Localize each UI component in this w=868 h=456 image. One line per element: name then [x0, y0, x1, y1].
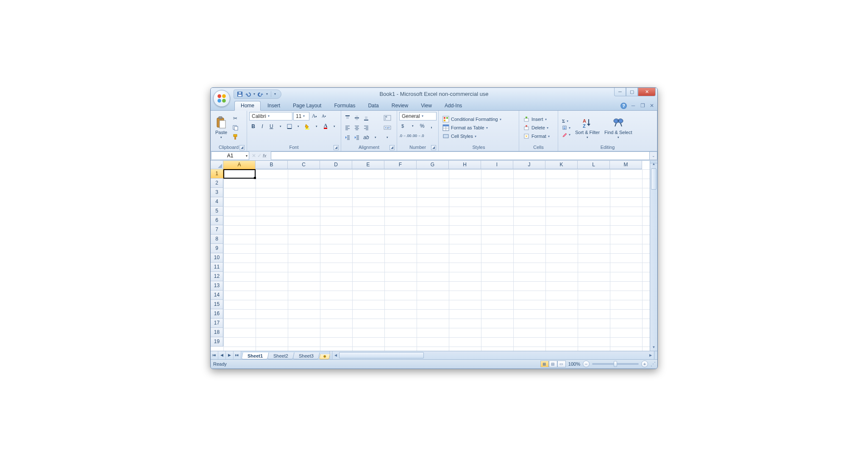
active-cell[interactable]	[223, 169, 256, 179]
zoom-level[interactable]: 100%	[568, 361, 580, 366]
horizontal-scroll-thumb[interactable]	[339, 352, 424, 358]
insert-cells-button[interactable]: Insert▾	[521, 115, 551, 123]
row-header[interactable]: 2	[211, 179, 223, 188]
row-header[interactable]: 6	[211, 216, 223, 225]
new-sheet-button[interactable]: ✸	[319, 354, 331, 359]
delete-cells-button[interactable]: Delete▾	[521, 124, 551, 131]
tab-review[interactable]: Review	[386, 101, 414, 110]
align-bottom-button[interactable]	[362, 114, 370, 122]
wrap-text-button[interactable]: abc	[382, 114, 393, 122]
resize-grip-icon[interactable]: ⋰	[651, 361, 655, 367]
zoom-out-button[interactable]: −	[583, 361, 590, 367]
column-header[interactable]: B	[256, 161, 288, 169]
percent-button[interactable]: %	[418, 122, 426, 130]
tab-view[interactable]: View	[415, 101, 438, 110]
vertical-scroll-thumb[interactable]	[651, 168, 657, 190]
scroll-left-icon[interactable]: ◀	[332, 351, 339, 359]
row-header[interactable]: 18	[211, 328, 223, 337]
row-header[interactable]: 8	[211, 235, 223, 244]
find-select-button[interactable]: Find & Select▾	[603, 112, 634, 144]
bold-button[interactable]: B	[249, 122, 257, 131]
copy-button[interactable]	[231, 123, 239, 132]
workbook-close-icon[interactable]: ✕	[649, 103, 655, 109]
paste-button[interactable]: Paste ▾	[213, 112, 230, 144]
font-size-combo[interactable]: 11▾	[293, 112, 309, 120]
tab-page-layout[interactable]: Page Layout	[287, 101, 327, 110]
increase-indent-button[interactable]	[353, 133, 361, 142]
align-right-button[interactable]	[362, 123, 370, 132]
maximize-button[interactable]: ▢	[626, 88, 638, 96]
clear-button[interactable]: ▾	[560, 131, 572, 137]
merge-center-button[interactable]: a	[382, 123, 393, 132]
redo-dropdown[interactable]: ▾	[265, 92, 269, 96]
conditional-formatting-button[interactable]: Conditional Formatting▾	[441, 115, 503, 123]
sheet-tab[interactable]: Sheet1	[241, 352, 269, 359]
prev-sheet-button[interactable]: ◀	[218, 351, 226, 359]
underline-dropdown[interactable]: ▾	[276, 122, 284, 131]
accounting-format-button[interactable]: $	[399, 122, 408, 130]
cancel-formula-icon[interactable]: ✕	[252, 153, 256, 159]
column-header[interactable]: G	[417, 161, 449, 169]
workbook-minimize-icon[interactable]: ─	[630, 103, 636, 109]
tab-insert[interactable]: Insert	[262, 101, 286, 110]
alignment-dialog-launcher[interactable]: ◢	[389, 145, 395, 150]
align-top-button[interactable]	[343, 114, 352, 122]
border-button[interactable]	[285, 122, 293, 131]
undo-icon[interactable]	[245, 91, 251, 98]
italic-button[interactable]: I	[258, 122, 266, 131]
tab-formulas[interactable]: Formulas	[328, 101, 361, 110]
column-header[interactable]: A	[223, 161, 256, 169]
font-name-combo[interactable]: Calibri▾	[249, 112, 292, 120]
row-header[interactable]: 15	[211, 300, 223, 309]
border-dropdown[interactable]: ▾	[294, 122, 302, 131]
normal-view-button[interactable]: ▦	[540, 361, 549, 367]
column-header[interactable]: C	[288, 161, 320, 169]
fill-button[interactable]: ▾	[560, 125, 572, 131]
scroll-right-icon[interactable]: ▶	[647, 351, 654, 359]
underline-button[interactable]: U	[267, 122, 275, 131]
autosum-button[interactable]: Σ▾	[560, 118, 572, 124]
row-header[interactable]: 7	[211, 225, 223, 235]
row-header[interactable]: 16	[211, 309, 223, 319]
zoom-slider-handle[interactable]	[614, 361, 617, 367]
column-header[interactable]: E	[352, 161, 384, 169]
select-all-corner[interactable]	[211, 161, 223, 169]
column-header[interactable]: H	[449, 161, 481, 169]
zoom-slider[interactable]	[592, 363, 639, 365]
enter-formula-icon[interactable]: ✓	[257, 153, 262, 159]
orientation-dropdown[interactable]: ▾	[371, 133, 380, 142]
decrease-indent-button[interactable]	[343, 133, 352, 142]
accounting-dropdown[interactable]: ▾	[409, 122, 417, 130]
column-header[interactable]: K	[545, 161, 578, 169]
format-painter-button[interactable]	[231, 133, 239, 141]
next-sheet-button[interactable]: ▶	[226, 351, 234, 359]
redo-icon[interactable]	[257, 91, 264, 98]
grow-font-button[interactable]: A▴	[310, 112, 319, 120]
row-header[interactable]: 4	[211, 197, 223, 207]
fill-color-button[interactable]	[303, 122, 312, 131]
workbook-restore-icon[interactable]: ❐	[640, 103, 645, 109]
page-layout-view-button[interactable]: ▤	[549, 361, 557, 367]
cells-area[interactable]	[223, 169, 650, 351]
first-sheet-button[interactable]: ⏮	[211, 351, 218, 359]
save-icon[interactable]	[236, 91, 243, 98]
page-break-view-button[interactable]: ▭	[557, 361, 566, 367]
number-format-combo[interactable]: General▾	[399, 112, 437, 120]
align-left-button[interactable]	[343, 123, 352, 132]
column-header[interactable]: M	[610, 161, 642, 169]
undo-dropdown[interactable]: ▾	[253, 92, 256, 96]
increase-decimal-button[interactable]: .0→.00	[399, 131, 411, 140]
font-dialog-launcher[interactable]: ◢	[334, 145, 339, 150]
close-button[interactable]: ✕	[638, 88, 656, 96]
clipboard-dialog-launcher[interactable]: ◢	[239, 145, 245, 150]
column-header[interactable]: F	[384, 161, 417, 169]
row-header[interactable]: 19	[211, 337, 223, 347]
row-header[interactable]: 10	[211, 253, 223, 263]
zoom-in-button[interactable]: +	[641, 361, 648, 367]
scroll-down-icon[interactable]: ▼	[650, 344, 657, 351]
minimize-button[interactable]: ─	[614, 88, 626, 96]
align-center-button[interactable]	[353, 123, 361, 132]
comma-button[interactable]: ,	[427, 122, 436, 130]
row-header[interactable]: 13	[211, 281, 223, 291]
scroll-up-icon[interactable]: ▲	[650, 161, 657, 168]
